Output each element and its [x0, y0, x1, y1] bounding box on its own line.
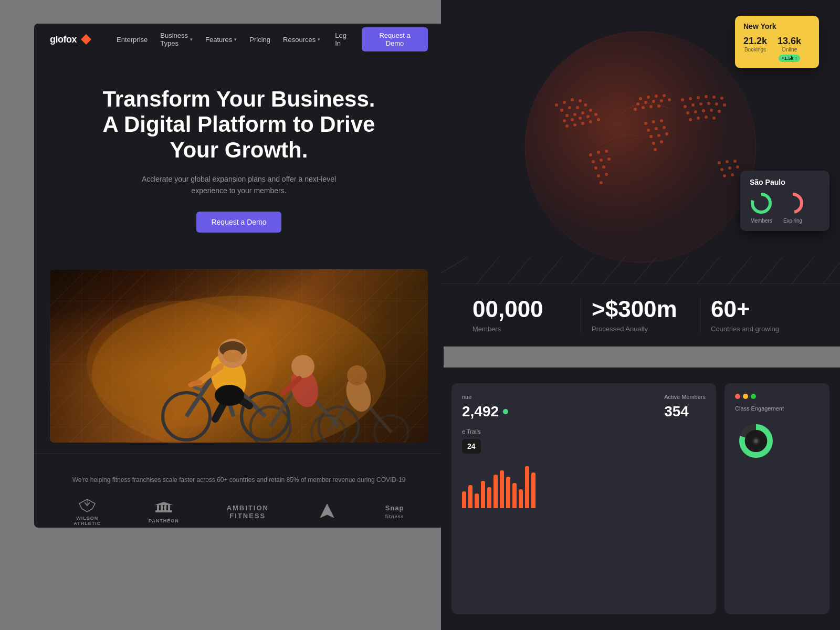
online-value: 13.6k	[778, 36, 801, 47]
website-container: glofox Enterprise Business Types ▾ Featu…	[34, 24, 444, 528]
svg-point-112	[607, 158, 611, 161]
svg-point-60	[597, 118, 600, 121]
svg-point-92	[684, 105, 687, 108]
bar-chart	[462, 466, 536, 508]
traffic-lights	[735, 394, 819, 399]
bar-11	[525, 466, 529, 508]
revenue-value-container: 2,492	[462, 403, 508, 420]
stat-processed-label: Processed Anually	[592, 325, 689, 333]
svg-rect-34	[157, 505, 159, 511]
chevron-down-icon: ▾	[190, 37, 193, 42]
minimize-window-dot	[743, 394, 748, 399]
expiring-ring-item: Expiring	[781, 192, 804, 224]
svg-point-101	[710, 109, 713, 112]
revenue-value: 2,492	[462, 403, 499, 420]
stat-processed: >$300m Processed Anually	[581, 298, 700, 333]
nav-business-types[interactable]: Business Types ▾	[160, 32, 193, 47]
svg-point-96	[715, 102, 718, 106]
pantheon-logo-icon	[153, 500, 174, 516]
svg-point-80	[649, 135, 653, 138]
svg-point-87	[689, 97, 692, 100]
members-value: 354	[664, 403, 706, 420]
stat-countries: 60+ Countries and growing	[700, 298, 819, 333]
chevron-down-icon: ▾	[234, 37, 237, 42]
members-ring-label: Members	[750, 218, 772, 224]
expiring-ring-label: Expiring	[783, 218, 802, 224]
svg-point-100	[702, 109, 705, 112]
svg-point-74	[644, 122, 647, 125]
svg-point-79	[663, 126, 666, 129]
sao-paulo-stats: Members Expiring	[750, 192, 820, 224]
svg-point-103	[689, 118, 692, 121]
svg-point-89	[705, 95, 708, 98]
svg-point-53	[579, 117, 582, 120]
arrow-up-icon: ↑	[795, 56, 797, 61]
svg-point-45	[576, 106, 579, 109]
members-ring-chart	[750, 192, 773, 215]
svg-point-114	[602, 165, 605, 169]
svg-point-123	[736, 165, 739, 169]
nav-resources[interactable]: Resources ▾	[283, 36, 320, 44]
svg-line-12	[191, 382, 200, 385]
svg-point-54	[586, 115, 590, 118]
svg-point-107	[589, 153, 592, 156]
svg-point-71	[642, 106, 645, 109]
login-button[interactable]: Log In	[335, 32, 353, 47]
revenue-status-dot	[503, 409, 508, 414]
partner-pantheon: PANTHEON	[149, 500, 179, 523]
hero-image	[50, 269, 428, 443]
new-york-stats: 21.2k Bookings 13.6k Online +1.5k ↑	[743, 36, 811, 62]
bar-10	[519, 489, 523, 508]
svg-point-83	[652, 142, 655, 145]
svg-point-70	[634, 108, 637, 111]
bar-6	[494, 475, 498, 508]
svg-point-15	[223, 350, 242, 362]
new-york-city-label: New York	[743, 22, 811, 30]
svg-point-147	[754, 439, 758, 443]
nav-features[interactable]: Features ▾	[205, 36, 237, 44]
trail-label: e Trails	[462, 428, 706, 435]
svg-point-84	[660, 140, 663, 143]
svg-point-95	[707, 102, 710, 105]
hero-cta-button[interactable]: Request a Demo	[196, 212, 281, 233]
revenue-label: nue	[462, 394, 508, 400]
svg-point-43	[560, 109, 563, 112]
svg-point-78	[655, 127, 658, 130]
members-label: Active Members	[664, 394, 706, 400]
svg-point-102	[718, 110, 721, 113]
bar-4	[481, 481, 485, 508]
members-ring-item: Members	[750, 192, 773, 224]
active-members-card: nue 2,492 Active Members 354 e Trails	[452, 383, 716, 614]
svg-point-93	[691, 103, 695, 107]
svg-point-121	[720, 168, 723, 171]
stat-members: 00,000 Members	[462, 298, 581, 333]
svg-point-105	[705, 116, 708, 119]
expiring-ring-chart	[781, 192, 804, 215]
request-demo-button[interactable]: Request a Demo	[362, 27, 428, 51]
svg-point-124	[723, 174, 726, 177]
bar-3	[475, 494, 479, 508]
svg-point-69	[668, 98, 671, 101]
svg-point-91	[720, 97, 723, 100]
partner-katana	[317, 503, 338, 521]
snap-logo-text: Snapfitness	[385, 504, 404, 520]
svg-point-44	[568, 106, 571, 109]
sao-paulo-city-label: São Paulo	[750, 178, 820, 186]
logo-text: glofox	[50, 34, 77, 45]
svg-point-67	[652, 100, 655, 103]
svg-point-115	[597, 174, 600, 177]
logo[interactable]: glofox	[50, 34, 91, 45]
nav-enterprise[interactable]: Enterprise	[117, 36, 148, 44]
stat-members-value: 00,000	[472, 298, 570, 321]
svg-point-39	[555, 103, 558, 107]
svg-point-76	[660, 119, 663, 122]
globe-section: New York 21.2k Bookings 13.6k Online +1.…	[441, 0, 840, 284]
close-window-dot	[735, 394, 740, 399]
navbar: glofox Enterprise Business Types ▾ Featu…	[34, 24, 444, 55]
svg-point-38	[525, 32, 756, 262]
svg-point-117	[600, 181, 603, 184]
svg-rect-35	[161, 505, 163, 511]
svg-point-57	[573, 123, 576, 127]
svg-point-122	[728, 166, 731, 170]
nav-pricing[interactable]: Pricing	[249, 36, 270, 44]
